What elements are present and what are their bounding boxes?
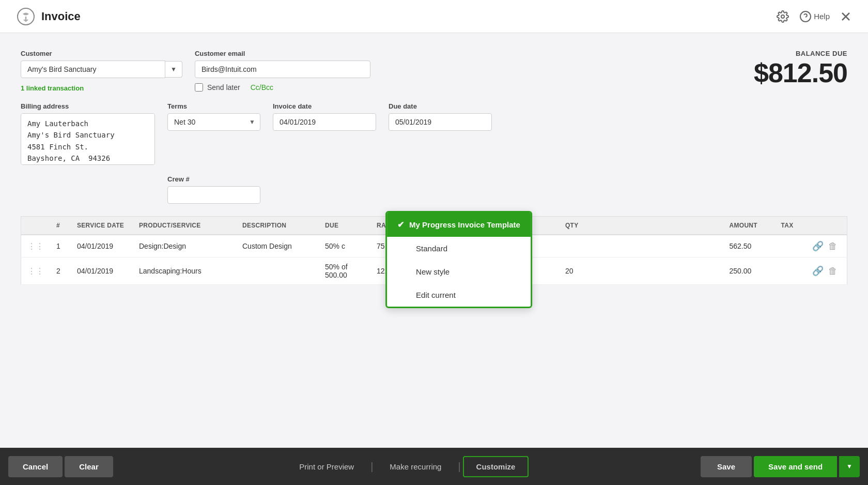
row2-num: 2 [50,257,71,285]
gear-button[interactable] [777,10,789,23]
page-title: Invoice [41,10,81,23]
col-header-drag [21,217,51,235]
row2-date: 04/01/2019 [71,257,133,285]
cancel-button[interactable]: Cancel [8,456,63,477]
billing-section: Billing address Amy Lauterbach Amy's Bir… [21,102,847,204]
billing-address-group: Billing address Amy Lauterbach Amy's Bir… [21,102,155,165]
row1-num: 1 [50,235,71,257]
linked-transaction-link[interactable]: 1 linked transaction [21,84,182,92]
row2-qty: 20 [559,257,723,285]
save-and-send-button[interactable]: Save and send [754,456,837,477]
svg-point-1 [781,15,784,18]
footer: Cancel Clear Print or Preview | Make rec… [0,448,868,485]
due-date-input[interactable] [389,113,492,131]
save-button[interactable]: Save [701,456,752,477]
terms-select[interactable]: Net 30 Net 15 Net 60 Due on receipt [167,113,260,131]
col-header-amount: AMOUNT [723,217,775,235]
help-button[interactable]: Help [799,10,830,23]
col-header-tax: TAX [775,217,806,235]
col-header-product: PRODUCT/SERVICE [133,217,236,235]
template-option-my-progress[interactable]: ✔ My Progress Invoice Template [387,213,531,237]
row1-drag: ⋮⋮ [21,235,51,257]
drag-handle-icon[interactable]: ⋮⋮ [27,242,44,251]
col-header-due: DUE [319,217,370,235]
table-section: ✔ My Progress Invoice Template Standard … [21,216,847,285]
row2-product: Landscaping:Hours [133,257,236,285]
customer-email-label: Customer email [195,50,370,57]
footer-center: Print or Preview | Make recurring | Cust… [113,456,701,477]
crew-group: Crew # [167,175,260,204]
template-option-label-new-style: New style [416,267,450,276]
gear-icon [777,10,789,23]
row1-tax [775,235,806,257]
crew-label: Crew # [167,175,260,183]
template-option-standard[interactable]: Standard [387,237,531,260]
separator1: | [370,461,373,473]
col-header-qty: QTY [559,217,723,235]
crew-row: Crew # [21,175,847,204]
header-right: Help [777,10,851,23]
row2-tax [775,257,806,285]
separator2: | [458,461,460,473]
balance-due-section: BALANCE DUE $812.50 [754,50,847,88]
customer-dropdown-button[interactable]: ▼ [165,61,182,78]
main-content: BALANCE DUE $812.50 Customer ▼ 1 linked … [0,33,868,448]
footer-right: Save Save and send ▼ [701,456,860,477]
crew-input[interactable] [167,186,260,204]
row2-amount: 250.00 [723,257,775,285]
clear-button[interactable]: Clear [65,456,113,477]
template-dropdown: ✔ My Progress Invoice Template Standard … [385,211,532,308]
invoice-date-input[interactable] [273,113,376,131]
close-button[interactable] [840,11,851,22]
customer-email-input[interactable] [195,60,370,78]
balance-due-label: BALANCE DUE [754,50,847,57]
row2-actions: 🔗 🗑 [806,257,847,285]
save-and-send-dropdown-button[interactable]: ▼ [839,456,860,477]
row1-desc: Custom Design [236,235,319,257]
row2-drag: ⋮⋮ [21,257,51,285]
row1-amount: 562.50 [723,235,775,257]
check-icon: ✔ [397,220,404,230]
row2-due: 50% of 500.00 [319,257,370,285]
drag-handle-icon[interactable]: ⋮⋮ [27,267,44,276]
send-later-label: Send later [207,83,240,92]
billing-form-row: Billing address Amy Lauterbach Amy's Bir… [21,102,847,165]
link-icon[interactable]: 🔗 [812,241,824,251]
col-header-description: DESCRIPTION [236,217,319,235]
due-date-group: Due date [389,102,492,131]
col-header-actions [806,217,847,235]
billing-address-textarea[interactable]: Amy Lauterbach Amy's Bird Sanctuary 4581… [21,113,155,165]
template-option-label-my-progress: My Progress Invoice Template [409,220,520,229]
template-option-new-style[interactable]: New style [387,260,531,283]
template-option-label-standard: Standard [416,244,447,253]
invoice-date-group: Invoice date [273,102,376,131]
send-later-checkbox[interactable] [195,83,203,92]
cc-bcc-link[interactable]: Cc/Bcc [251,83,273,92]
customer-group: Customer ▼ 1 linked transaction [21,50,182,92]
row1-qty [559,235,723,257]
col-header-num: # [50,217,71,235]
link-icon[interactable]: 🔗 [812,266,824,276]
row1-actions: 🔗 🗑 [806,235,847,257]
customer-email-group: Customer email Send later Cc/Bcc [195,50,370,92]
terms-group: Terms Net 30 Net 15 Net 60 Due on receip… [167,102,260,131]
close-icon [840,11,851,22]
col-header-service-date: SERVICE DATE [71,217,133,235]
delete-icon[interactable]: 🗑 [828,266,838,276]
balance-due-amount: $812.50 [754,57,847,88]
row2-desc [236,257,319,285]
template-option-edit-current[interactable]: Edit current [387,283,531,307]
due-date-label: Due date [389,102,492,110]
row1-product: Design:Design [133,235,236,257]
delete-icon[interactable]: 🗑 [828,241,838,251]
row1-due: 50% c [319,235,370,257]
template-option-label-edit-current: Edit current [416,291,456,299]
print-preview-button[interactable]: Print or Preview [285,456,368,477]
customer-input[interactable] [21,60,165,78]
invoice-icon [17,7,35,26]
row1-date: 04/01/2019 [71,235,133,257]
customize-button[interactable]: Customize [463,456,529,477]
help-label: Help [814,12,830,21]
footer-left: Cancel Clear [8,456,113,477]
make-recurring-button[interactable]: Make recurring [375,456,456,477]
